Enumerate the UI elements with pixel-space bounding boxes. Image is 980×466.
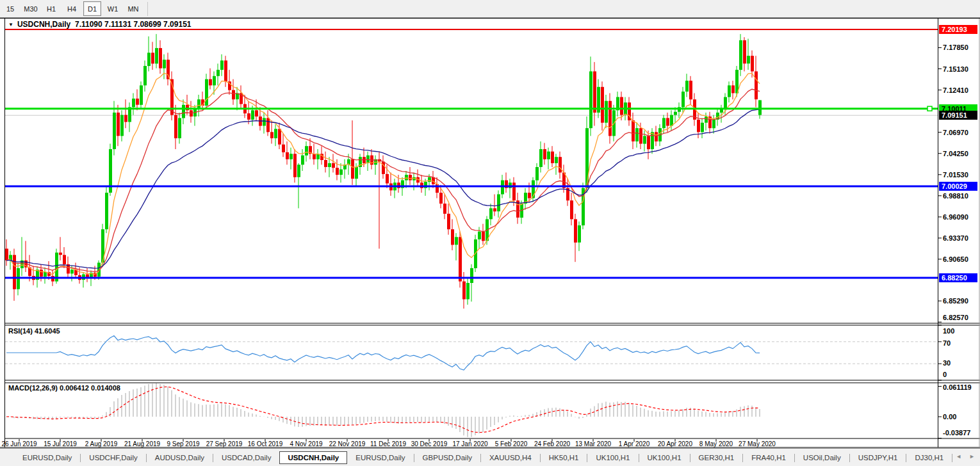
chart-window[interactable]	[0, 18, 980, 448]
timeframe-button-mn[interactable]: MN	[124, 1, 142, 16]
date-tick-label: 22 Nov 2019	[329, 440, 366, 447]
symbol-tab-usdcnh-4[interactable]: USDCNH,Daily	[279, 451, 347, 464]
date-tick-label: 4 Nov 2019	[290, 440, 322, 447]
date-tick-label: 9 Sep 2019	[167, 440, 199, 447]
price-tick-label: 6.93370	[943, 234, 968, 242]
symbol-tab-eurusd-5[interactable]: EURUSD,Daily	[347, 451, 413, 464]
tab-scroll-left-icon[interactable]: ◄	[956, 453, 961, 460]
macd-indicator-label: MACD(12,26,9) 0.006412 0.014008	[8, 384, 120, 392]
symbol-tab-fra40-12[interactable]: FRA40,H1	[743, 451, 794, 464]
resistance-price-label: 7.20193	[939, 25, 977, 34]
chart-context-arrow-icon[interactable]: ▼	[8, 22, 13, 28]
chart-symbol-title: USDCNH,Daily	[17, 20, 70, 29]
rsi-indicator-label: RSI(14) 41.6045	[8, 327, 60, 335]
price-tick-label: 7.12410	[943, 86, 968, 94]
timeframe-button-m30[interactable]: M30	[22, 1, 40, 16]
macd-scale-label: -0.03877	[943, 429, 970, 437]
symbol-tab-hk50-8[interactable]: HK50,H1	[541, 451, 587, 464]
date-tick-label: 5 Feb 2020	[495, 440, 528, 447]
symbol-tab-xauusd-7[interactable]: XAUUSD,H4	[481, 451, 540, 464]
tab-scroll-right-icon[interactable]: ►	[969, 453, 975, 460]
chart-canvas[interactable]	[0, 18, 980, 448]
rsi-scale-label: 100	[943, 327, 954, 335]
symbol-tab-bar: EURUSD,DailyUSDCHF,DailyAUDUSD,DailyUSDC…	[0, 448, 980, 466]
rsi-scale-label: 0	[943, 371, 947, 378]
price-tick-label: 7.01530	[943, 171, 968, 179]
chart-header: ▼USDCNH,Daily 7.11090 7.11131 7.08699 7.…	[8, 20, 191, 29]
price-tick-label: 6.82570	[943, 314, 968, 321]
date-tick-label: 15 Jul 2019	[44, 440, 77, 447]
date-tick-label: 17 Jan 2020	[452, 440, 487, 447]
symbol-tab-gbpusd-6[interactable]: GBPUSD,Daily	[414, 451, 480, 464]
symbol-tab-ger30-11[interactable]: GER30,H1	[690, 451, 743, 464]
date-tick-label: 21 Aug 2019	[124, 440, 160, 447]
symbol-tab-uk100-9[interactable]: UK100,H1	[587, 451, 638, 464]
timeframe-button-d1[interactable]: D1	[83, 1, 101, 16]
date-tick-label: 1 Apr 2020	[619, 440, 649, 447]
date-tick-label: 27 Sep 2019	[206, 440, 243, 447]
support-price-label-1: 7.00029	[939, 182, 977, 191]
toolbar-separator	[147, 2, 148, 16]
symbol-tab-dj30-15[interactable]: DJ30,H1	[906, 451, 952, 464]
symbol-tab-usdchf-1[interactable]: USDCHF,Daily	[81, 451, 145, 464]
date-tick-label: 11 Dec 2019	[370, 440, 406, 447]
symbol-tab-usdjpy-14[interactable]: USDJPY,H1	[850, 451, 906, 464]
timeframe-button-h4[interactable]: H4	[63, 1, 81, 16]
price-tick-label: 6.90650	[943, 255, 968, 263]
price-tick-label: 7.06970	[943, 129, 968, 136]
tab-separator	[952, 454, 952, 462]
current-price-label: 7.09151	[939, 111, 977, 120]
price-tick-label: 7.15130	[943, 65, 968, 73]
timeframe-button-15[interactable]: 15	[1, 1, 19, 16]
date-tick-label: 8 May 2020	[699, 440, 733, 447]
date-tick-label: 13 Mar 2020	[575, 440, 611, 447]
timeframe-button-h1[interactable]: H1	[42, 1, 60, 16]
date-tick-label: 26 Jun 2019	[1, 440, 37, 447]
price-tick-label: 7.17850	[943, 44, 968, 51]
timeframe-toolbar: 15M30H1H4D1W1MN	[0, 0, 980, 17]
symbol-tab-usoil-13[interactable]: USOil,Daily	[795, 451, 849, 464]
rsi-scale-label: 70	[943, 339, 951, 347]
price-tick-label: 7.04250	[943, 150, 968, 157]
rsi-scale-label: 30	[943, 359, 951, 367]
date-tick-label: 27 May 2020	[739, 440, 776, 447]
toolbar-divider	[0, 17, 980, 18]
date-tick-label: 16 Oct 2019	[248, 440, 282, 447]
date-tick-label: 2 Aug 2019	[85, 440, 118, 447]
date-tick-label: 24 Feb 2020	[534, 440, 570, 447]
price-tick-label: 6.85290	[943, 297, 968, 305]
price-tick-label: 6.98810	[943, 192, 968, 200]
symbol-tab-uk100-10[interactable]: UK100,H1	[639, 451, 690, 464]
date-tick-label: 30 Dec 2019	[411, 440, 448, 447]
macd-scale-label: 0.061119	[943, 383, 972, 391]
symbol-tab-usdcad-3[interactable]: USDCAD,Daily	[213, 451, 279, 464]
macd-scale-label: 0.00	[943, 413, 956, 421]
date-tick-label: 20 Apr 2020	[658, 440, 692, 447]
support-price-label-2: 6.88250	[939, 273, 977, 282]
timeframe-button-w1[interactable]: W1	[104, 1, 122, 16]
price-tick-label: 6.96090	[943, 213, 968, 221]
chart-ohlc-quote: 7.11090 7.11131 7.08699 7.09151	[75, 20, 192, 29]
symbol-tab-audusd-2[interactable]: AUDUSD,Daily	[147, 451, 213, 464]
green-line-handle[interactable]	[927, 106, 932, 111]
symbol-tab-eurusd-0[interactable]: EURUSD,Daily	[14, 451, 80, 464]
